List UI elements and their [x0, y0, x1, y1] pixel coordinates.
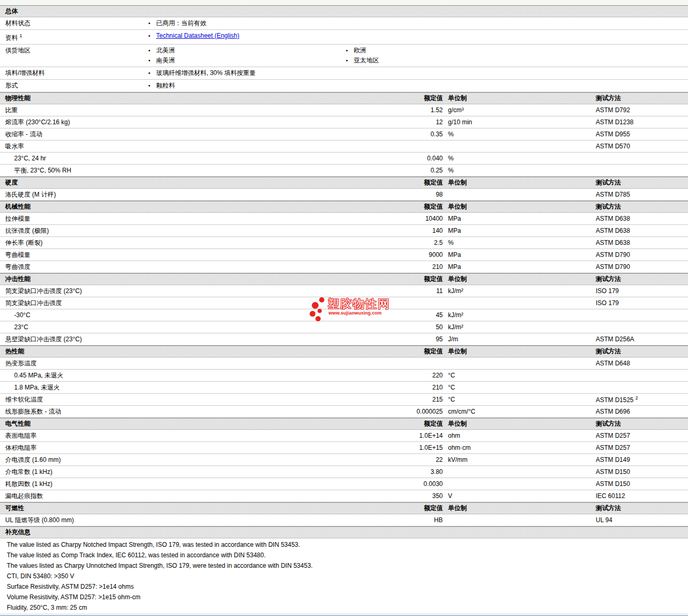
property-row: 漏电起痕指数350VIEC 60112 [0, 490, 688, 502]
property-name: 耗散因数 (1 kHz) [0, 480, 338, 489]
test-method: UL 94 [596, 516, 688, 524]
bullet-item-label: 南美洲 [156, 57, 175, 64]
column-header-unit: 单位制 [443, 94, 596, 103]
property-unit: °C [443, 372, 596, 379]
property-value: 98 [338, 191, 443, 198]
property-unit: °C [443, 396, 596, 403]
bullet-item-label: 亚太地区 [354, 57, 379, 64]
property-row: 比重1.52g/cm³ASTM D792 [0, 104, 688, 116]
bullet-icon: • [148, 46, 156, 56]
property-value: 210 [338, 384, 443, 391]
datasheet-link[interactable]: Technical Datasheet (English) [156, 32, 239, 39]
property-value: 10400 [338, 215, 443, 222]
property-row: 1.8 MPa, 未退火210°C [0, 382, 688, 394]
property-row: 23°C50kJ/m² [0, 321, 688, 333]
general-label: 填料/增强材料 [0, 68, 148, 78]
property-name: 弯曲强度 [0, 263, 338, 272]
general-row: 供货地区•北美洲•南美洲•欧洲•亚太地区 [0, 45, 688, 67]
column-header-method: 测试方法 [596, 275, 688, 284]
test-method: ASTM D638 [596, 227, 688, 234]
supplementary-line: The values listed as Charpy Unnotched Im… [0, 560, 688, 571]
section-header-general: 总体 [0, 5, 688, 17]
bullet-column: •Technical Datasheet (English) [148, 31, 346, 41]
property-name: 简支梁缺口冲击强度 [0, 299, 338, 308]
test-method: ASTM D638 [596, 215, 688, 222]
property-unit: MPa [443, 215, 596, 222]
property-row: 伸长率 (断裂)2.5%ASTM D638 [0, 237, 688, 249]
general-label: 资料 1 [0, 31, 148, 43]
property-row: 介电常数 (1 kHz)3.80ASTM D150 [0, 466, 688, 478]
property-name: 23°C, 24 hr [0, 155, 338, 162]
column-header-unit: 单位制 [443, 202, 596, 211]
section-title: 可燃性 [0, 504, 338, 513]
property-name: 线形膨胀系数 - 流动 [0, 407, 338, 416]
test-method: ASTM D648 [596, 360, 688, 367]
property-name: 伸长率 (断裂) [0, 239, 338, 247]
column-header-unit: 单位制 [443, 178, 596, 187]
supplementary-line: Volume Resistivity, ASTM D257: >1e15 ohm… [0, 592, 688, 602]
general-row: 形式•颗粒料 [0, 80, 688, 92]
property-value: HB [338, 516, 443, 524]
property-row: 弯曲强度210MPaASTM D790 [0, 261, 688, 273]
property-sections: 物理性能额定值单位制测试方法比重1.52g/cm³ASTM D792熔流率 (2… [0, 92, 688, 526]
bullet-column: •颗粒料 [148, 81, 346, 91]
property-row: 吸水率ASTM D570 [0, 141, 688, 153]
property-value: 12 [338, 118, 443, 126]
property-row: 抗张强度 (极限)140MPaASTM D638 [0, 225, 688, 237]
property-row: 悬壁梁缺口冲击强度 (23°C)95J/mASTM D256A [0, 333, 688, 345]
property-unit: g/cm³ [443, 106, 596, 114]
test-method: IEC 60112 [596, 492, 688, 500]
general-label: 形式 [0, 81, 148, 91]
property-unit: kJ/m² [443, 287, 596, 295]
column-header-value: 额定值 [338, 178, 443, 187]
property-name: 简支梁缺口冲击强度 (23°C) [0, 287, 338, 296]
property-value: 215 [338, 396, 443, 403]
property-unit: V [443, 492, 596, 500]
property-unit: % [443, 131, 596, 138]
column-header-value: 额定值 [338, 504, 443, 513]
test-method: ASTM D696 [596, 408, 688, 415]
column-header-method: 测试方法 [596, 202, 688, 211]
bullet-item: •亚太地区 [346, 56, 688, 66]
property-unit: MPa [443, 227, 596, 234]
bullet-icon: • [148, 18, 156, 28]
general-label: 供货地区 [0, 46, 148, 56]
supplementary-lines: The value listed as Charpy Notched Impac… [0, 538, 688, 614]
general-row: 填料/增强材料•玻璃纤维增强材料, 30% 填料按重量 [0, 67, 688, 80]
test-method: ASTM D149 [596, 456, 688, 463]
bullet-item-label: 已商用：当前有效 [156, 19, 206, 27]
section-header: 电气性能额定值单位制测试方法 [0, 418, 688, 430]
test-method: ASTM D1238 [596, 118, 688, 126]
section-header: 物理性能额定值单位制测试方法 [0, 92, 688, 104]
property-unit: % [443, 167, 596, 174]
property-value: 11 [338, 287, 443, 295]
property-value: 0.25 [338, 167, 443, 174]
bullet-item-label: 欧洲 [354, 47, 366, 54]
bullet-item: •已商用：当前有效 [148, 18, 346, 28]
property-value: 9000 [338, 251, 443, 258]
bullet-item: •玻璃纤维增强材料, 30% 填料按重量 [148, 68, 346, 78]
property-unit: J/m [443, 336, 596, 343]
section-title: 硬度 [0, 178, 338, 187]
column-header-unit: 单位制 [443, 347, 596, 356]
property-unit: MPa [443, 251, 596, 258]
section-header-supplementary: 补充信息 [0, 526, 688, 538]
property-unit: ohm·cm [443, 444, 596, 451]
datasheet-table: 总体 材料状态•已商用：当前有效资料 1•Technical Datasheet… [0, 0, 688, 616]
section-header: 冲击性能额定值单位制测试方法 [0, 273, 688, 285]
property-name: 热变形温度 [0, 359, 338, 368]
column-header-value: 额定值 [338, 94, 443, 103]
section-title: 补充信息 [0, 528, 338, 537]
property-value: 2.5 [338, 239, 443, 246]
bullet-item-label: 玻璃纤维增强材料, 30% 填料按重量 [156, 69, 256, 77]
property-unit: kJ/m² [443, 311, 596, 319]
bullet-icon: • [346, 56, 354, 66]
test-method: ASTM D785 [596, 191, 688, 198]
section-header: 热性能额定值单位制测试方法 [0, 345, 688, 358]
property-row: 热变形温度ASTM D648 [0, 358, 688, 370]
property-name: 拉伸模量 [0, 214, 338, 223]
property-name: 漏电起痕指数 [0, 492, 338, 501]
column-header-unit: 单位制 [443, 504, 596, 513]
test-method: ASTM D790 [596, 251, 688, 258]
property-value: 210 [338, 263, 443, 271]
